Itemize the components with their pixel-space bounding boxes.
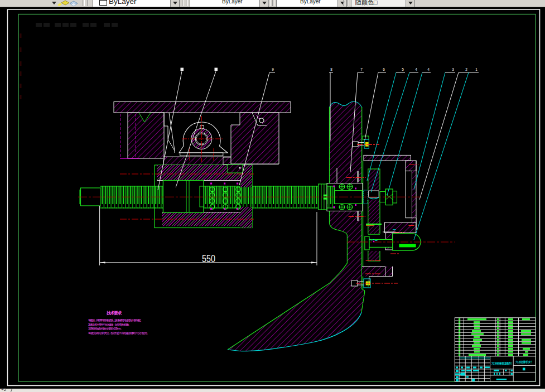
svg-text:3.调整各轴承的轴向间隙为0.05mm。: 3.调整各轴承的轴向间隙为0.05mm。 — [88, 327, 123, 331]
svg-text:4: 4 — [427, 67, 430, 71]
svg-text:大豆精密播种单体装配图: 大豆精密播种单体装配图 — [491, 361, 512, 366]
svg-text:2.装配过程中零件不允许磕碰、划伤和锈蚀现象。: 2.装配过程中零件不允许磕碰、划伤和锈蚀现象。 — [88, 323, 131, 327]
svg-text:1.装配前，所有零件用煤油清洗，滚动轴承用汽油清洗干净后装配: 1.装配前，所有零件用煤油清洗，滚动轴承用汽油清洗干净后装配。 — [88, 318, 143, 322]
svg-text:技术要求: 技术要求 — [106, 311, 122, 316]
svg-text:1: 1 — [475, 67, 478, 71]
svg-text:大豆精密播种机设计: 大豆精密播种机设计 — [515, 360, 533, 364]
svg-text:3: 3 — [452, 67, 454, 71]
svg-text:9: 9 — [272, 67, 274, 71]
svg-text:7: 7 — [360, 67, 363, 71]
svg-text:8: 8 — [330, 67, 332, 71]
svg-text:4: 4 — [415, 67, 417, 71]
svg-text:4.装配完成后运转灵活，各密封处不得有漏油现象方可交付使用。: 4.装配完成后运转灵活，各密封处不得有漏油现象方可交付使用。 — [88, 331, 149, 335]
svg-text:5: 5 — [402, 67, 404, 71]
svg-text:6: 6 — [383, 67, 385, 71]
svg-text:2: 2 — [465, 67, 467, 71]
svg-text:550: 550 — [202, 253, 215, 264]
